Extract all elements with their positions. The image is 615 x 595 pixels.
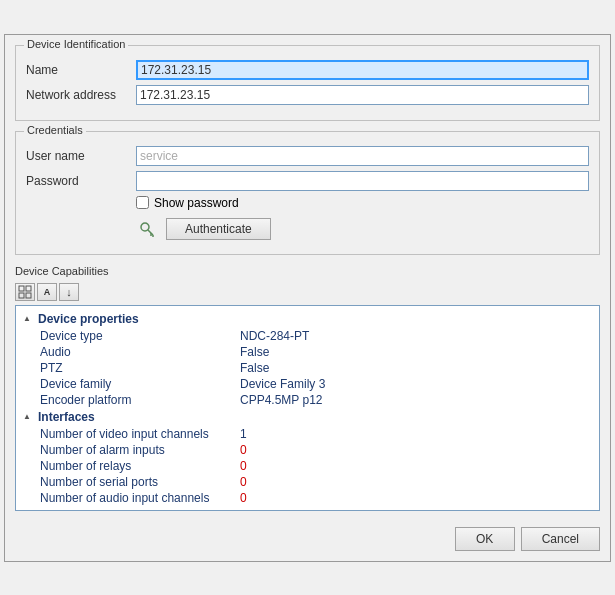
show-password-label: Show password: [154, 196, 239, 210]
encoder-platform-label: Encoder platform: [40, 393, 240, 407]
tree-item-audio: Audio False: [20, 344, 595, 360]
ok-button[interactable]: OK: [455, 527, 515, 551]
tree-item-serial-ports: Number of serial ports 0: [20, 474, 595, 490]
name-row: Name: [26, 60, 589, 80]
username-row: User name: [26, 146, 589, 166]
interfaces-header: ▲ Interfaces: [20, 408, 595, 426]
tree-item-audio-channels: Number of audio input channels 0: [20, 490, 595, 506]
alarm-inputs-value: 0: [240, 443, 247, 457]
svg-rect-5: [26, 286, 31, 291]
audio-value: False: [240, 345, 269, 359]
tree-item-device-type: Device type NDC-284-PT: [20, 328, 595, 344]
audio-label: Audio: [40, 345, 240, 359]
serial-ports-value: 0: [240, 475, 247, 489]
device-type-label: Device type: [40, 329, 240, 343]
capabilities-tree: ▲ Device properties Device type NDC-284-…: [15, 305, 600, 511]
dialog: Device Identification Name Network addre…: [4, 34, 611, 562]
credentials-group: Credentials User name Password Show pass…: [15, 131, 600, 255]
device-type-value: NDC-284-PT: [240, 329, 309, 343]
expand-all-button[interactable]: [15, 283, 35, 301]
show-password-row: Show password: [136, 196, 589, 210]
username-input[interactable]: [136, 146, 589, 166]
svg-point-0: [141, 223, 149, 231]
tree-item-device-family: Device family Device Family 3: [20, 376, 595, 392]
device-properties-header: ▲ Device properties: [20, 310, 595, 328]
device-family-label: Device family: [40, 377, 240, 391]
device-identification-title: Device Identification: [24, 38, 128, 50]
serial-ports-label: Number of serial ports: [40, 475, 240, 489]
name-input[interactable]: [136, 60, 589, 80]
tree-item-video-channels: Number of video input channels 1: [20, 426, 595, 442]
show-password-checkbox[interactable]: [136, 196, 149, 209]
tree-item-alarm-inputs: Number of alarm inputs 0: [20, 442, 595, 458]
device-family-value: Device Family 3: [240, 377, 325, 391]
username-label: User name: [26, 149, 136, 163]
sort-down-button[interactable]: ↓: [59, 283, 79, 301]
device-properties-label: Device properties: [38, 312, 139, 326]
password-row: Password: [26, 171, 589, 191]
device-capabilities-label: Device Capabilities: [15, 265, 600, 277]
tree-item-ptz: PTZ False: [20, 360, 595, 376]
password-input[interactable]: [136, 171, 589, 191]
encoder-platform-value: CPP4.5MP p12: [240, 393, 323, 407]
authenticate-button[interactable]: Authenticate: [166, 218, 271, 240]
device-identification-group: Device Identification Name Network addre…: [15, 45, 600, 121]
cancel-button[interactable]: Cancel: [521, 527, 600, 551]
collapse-interfaces-icon[interactable]: ▲: [20, 410, 34, 424]
collapse-properties-icon[interactable]: ▲: [20, 312, 34, 326]
audio-channels-value: 0: [240, 491, 247, 505]
video-channels-label: Number of video input channels: [40, 427, 240, 441]
footer-bar: OK Cancel: [15, 521, 600, 551]
alarm-inputs-label: Number of alarm inputs: [40, 443, 240, 457]
interfaces-label: Interfaces: [38, 410, 95, 424]
tree-item-relays: Number of relays 0: [20, 458, 595, 474]
svg-rect-4: [19, 286, 24, 291]
network-address-row: Network address: [26, 85, 589, 105]
credentials-title: Credentials: [24, 124, 86, 136]
ptz-label: PTZ: [40, 361, 240, 375]
device-capabilities-section: Device Capabilities A ↓ ▲ Device propert…: [15, 265, 600, 511]
video-channels-value: 1: [240, 427, 247, 441]
svg-rect-6: [19, 293, 24, 298]
network-address-input[interactable]: [136, 85, 589, 105]
tree-item-encoder-platform: Encoder platform CPP4.5MP p12: [20, 392, 595, 408]
ptz-value: False: [240, 361, 269, 375]
relays-value: 0: [240, 459, 247, 473]
sort-az-button[interactable]: A: [37, 283, 57, 301]
key-icon: [136, 218, 158, 240]
password-label: Password: [26, 174, 136, 188]
name-label: Name: [26, 63, 136, 77]
audio-channels-label: Number of audio input channels: [40, 491, 240, 505]
network-address-label: Network address: [26, 88, 136, 102]
svg-rect-7: [26, 293, 31, 298]
relays-label: Number of relays: [40, 459, 240, 473]
authenticate-row: Authenticate: [136, 218, 589, 240]
capabilities-toolbar: A ↓: [15, 283, 600, 301]
